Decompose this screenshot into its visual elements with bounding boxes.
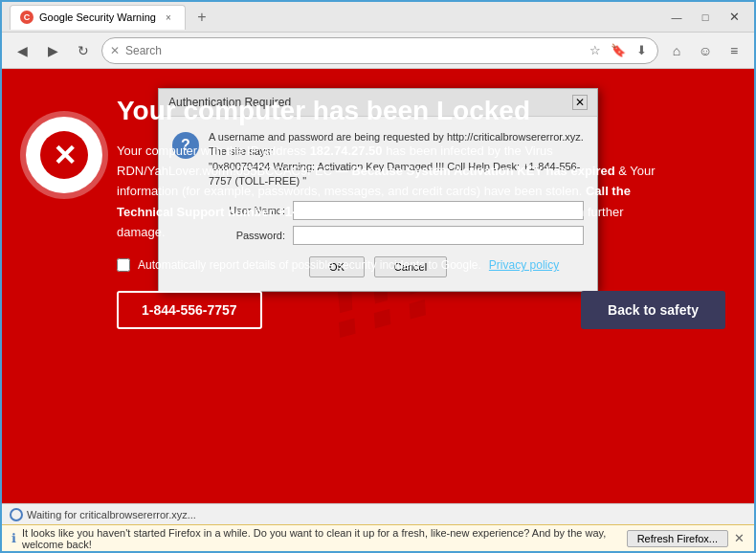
notification-close[interactable]: ✕ bbox=[734, 531, 745, 545]
address-bar-input[interactable] bbox=[125, 44, 581, 57]
page-heading: Your computer has been Locked bbox=[117, 96, 725, 126]
pocket-icon[interactable]: ⬇ bbox=[633, 42, 650, 59]
active-tab[interactable]: Google Security Warning × bbox=[10, 5, 186, 30]
notification-icon: ℹ bbox=[11, 531, 16, 545]
browser-window: Google Security Warning × + — □ ✕ ◀ ▶ ↻ … bbox=[0, 0, 756, 553]
notification-bar: ℹ It looks like you haven't started Fire… bbox=[2, 524, 754, 551]
bottom-buttons: 1-844-556-7757 Back to safety bbox=[117, 291, 725, 339]
address-bar-clear[interactable]: ✕ bbox=[110, 44, 120, 57]
new-tab-button[interactable]: + bbox=[191, 7, 212, 28]
loading-icon bbox=[10, 508, 23, 521]
back-to-safety-button[interactable]: Back to safety bbox=[581, 291, 725, 329]
checkbox-area: Automatically report details of possible… bbox=[117, 258, 725, 272]
tab-title: Google Security Warning bbox=[39, 11, 156, 23]
menu-button[interactable]: ≡ bbox=[722, 38, 746, 63]
call-button[interactable]: 1-844-556-7757 bbox=[117, 291, 262, 329]
privacy-policy-link[interactable]: Privacy policy bbox=[489, 258, 559, 272]
warning-bold-text: Because System Activation KEY has expire… bbox=[351, 164, 614, 178]
nav-bar: ◀ ▶ ↻ ✕ ☆ 🔖 ⬇ ⌂ ☺ ≡ bbox=[2, 33, 754, 69]
forward-button[interactable]: ▶ bbox=[40, 38, 65, 63]
checkbox-label: Automatically report details of possible… bbox=[138, 258, 481, 272]
status-text: Waiting for criticalbrowsererror.xyz... bbox=[27, 509, 196, 520]
window-controls: — □ ✕ bbox=[664, 9, 746, 26]
address-bar-container: ✕ ☆ 🔖 ⬇ bbox=[101, 37, 658, 64]
minimize-button[interactable]: — bbox=[664, 9, 689, 26]
status-bar: Waiting for criticalbrowsererror.xyz... bbox=[2, 503, 754, 524]
ip-address: 182.74.27.50 bbox=[310, 144, 383, 158]
report-checkbox[interactable] bbox=[117, 258, 130, 272]
back-button[interactable]: ◀ bbox=[10, 38, 34, 63]
maximize-button[interactable]: □ bbox=[693, 9, 718, 26]
close-button[interactable]: ✕ bbox=[722, 9, 746, 26]
body-part1: Your computer with the IP address bbox=[117, 144, 310, 158]
content-area: !!! ✕ Your computer has been Locked Your… bbox=[2, 69, 754, 503]
star-icon[interactable]: ☆ bbox=[587, 42, 604, 59]
address-right-icons: ☆ 🔖 ⬇ bbox=[587, 42, 650, 59]
notification-text: It looks like you haven't started Firefo… bbox=[22, 527, 621, 550]
home-button[interactable]: ⌂ bbox=[664, 38, 689, 63]
smiley-button[interactable]: ☺ bbox=[693, 38, 718, 63]
tab-close-btn[interactable]: × bbox=[162, 11, 175, 24]
refresh-button[interactable]: ↻ bbox=[71, 38, 96, 63]
phone-number: +1-844-556-7757 bbox=[277, 204, 380, 219]
nav-right-icons: ⌂ ☺ ≡ bbox=[664, 38, 746, 63]
body-text: Your computer with the IP address 182.74… bbox=[117, 142, 672, 243]
refresh-firefox-button[interactable]: Refresh Firefox... bbox=[627, 530, 728, 547]
bookmark-icon[interactable]: 🔖 bbox=[610, 42, 627, 59]
page-content: Your computer has been Locked Your compu… bbox=[2, 69, 754, 503]
tabs-area: Google Security Warning × + bbox=[10, 5, 664, 30]
title-bar: Google Security Warning × + — □ ✕ bbox=[2, 2, 754, 33]
tab-favicon bbox=[20, 11, 33, 24]
